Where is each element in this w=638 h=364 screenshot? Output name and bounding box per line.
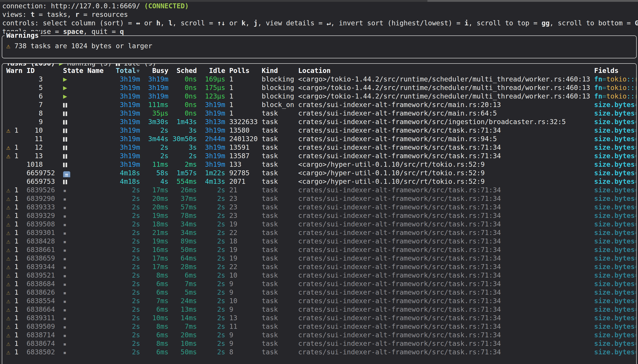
task-row[interactable]: ⚠1 12 3h19m 2s 3s 3h19m 13591 task crate…	[2, 143, 636, 152]
column-header-polls[interactable]: Polls	[229, 66, 258, 75]
task-row[interactable]: ⚠1 6838714 ▪ 2s 6ms 20ms 2s 9 task crate…	[2, 331, 636, 339]
task-row[interactable]: ⚠1 6838428 ▪ 2s 19ms 89ms 2s 18 task cra…	[2, 237, 636, 246]
cell-total: 2s	[108, 254, 140, 262]
completed-square-icon: ▪	[63, 349, 66, 356]
cell-fields: size.bytes=	[594, 297, 636, 305]
cell-polls: 92785	[229, 169, 258, 177]
task-row[interactable]: ⚠1 6839509 ▪ 2s 8ms 7ms 2s 11 task crate…	[2, 322, 636, 331]
cell-id: 6838674	[26, 339, 59, 348]
task-row[interactable]: ⚠1 6838674 ▪ 2s 8ms 10ms 2s 9 task crate…	[2, 339, 636, 348]
column-header-busy[interactable]: Busy	[144, 66, 168, 75]
column-header-name[interactable]: Name	[87, 66, 104, 75]
cell-location: <cargo>/tokio-1.44.2/src/runtime/schedul…	[298, 84, 590, 92]
task-row[interactable]: ⚠1 6839290 ▪ 2s 20ms 37ms 2s 23 task cra…	[2, 194, 636, 203]
column-header-idle[interactable]: Idle	[201, 66, 225, 75]
completed-square-icon: ▪	[63, 221, 66, 228]
completed-square-icon: ▪	[63, 324, 66, 330]
warning-triangle-icon: ⚠	[6, 186, 14, 194]
cell-location: crates/sui-indexer-alt-framework/src/tas…	[298, 186, 590, 194]
cell-total: 2s	[108, 186, 140, 194]
cell-total: 3h19m	[108, 160, 140, 169]
cell-location: <cargo>/hyper-util-0.1.10/src/rt/tokio.r…	[298, 160, 590, 169]
play-triangle-icon: ▶	[59, 63, 63, 67]
cell-kind: task	[262, 109, 294, 118]
cell-id: 10	[26, 126, 59, 135]
task-row[interactable]: ⚠1 10 3h19m 2s 3s 3h19m 13580 task crate…	[2, 126, 636, 135]
task-row[interactable]: ⚠1 6839344 ▪ 2s 17ms 28ms 2s 22 task cra…	[2, 262, 636, 271]
column-header-fields[interactable]: Fields	[594, 66, 636, 75]
cell-busy: 3h19m	[144, 75, 168, 84]
task-row[interactable]: 6659753 4m18s 4s 554ms 4m13s 2071 task <…	[2, 177, 636, 186]
task-row[interactable]: 6659752 ⇈ 4m18s 58s 1m57s 1m22s 92785 ta…	[2, 169, 636, 177]
cell-idle: 2s	[201, 262, 225, 271]
task-row[interactable]: 6 ▶ 3h19m 3h19m 0ns 123µs 1 blocking <ca…	[2, 92, 636, 100]
task-row[interactable]: ⚠1 6838502 ▪ 2s 6ms 50ms 2s 8 task crate…	[2, 348, 636, 356]
task-row[interactable]: ⚠1 6838661 ▪ 2s 16ms 50ms 2s 19 task cra…	[2, 246, 636, 254]
task-row[interactable]: ⚠1 6838684 ▪ 2s 6ms 7ms 2s 9 task crates…	[2, 280, 636, 288]
task-row[interactable]: ⚠1 6838659 ▪ 2s 17ms 64ms 2s 19 task cra…	[2, 254, 636, 262]
cell-busy: 8ms	[144, 339, 168, 348]
task-row[interactable]: ⚠1 6839311 ▪ 2s 10ms 14ms 2s 13 task cra…	[2, 314, 636, 322]
warning-triangle-icon: ⚠	[6, 42, 14, 50]
cell-total: 2s	[108, 194, 140, 203]
cell-kind: task	[262, 271, 294, 280]
column-header-sched[interactable]: Sched	[172, 66, 197, 75]
cell-fields: size.bytes=	[594, 135, 636, 143]
cell-id: 8	[26, 109, 59, 118]
task-row[interactable]: 9 3h19m 3m30s 1m43s 3h13m 3322633 task c…	[2, 118, 636, 126]
cell-warn: ⚠1	[6, 246, 22, 254]
views-help-line: views: t = tasks, r = resources	[2, 10, 638, 19]
cell-busy: 11ms	[144, 160, 168, 169]
column-header-location[interactable]: Location	[298, 66, 590, 75]
controls-help-key: gg	[542, 19, 550, 27]
field-key: size.bytes	[594, 144, 635, 151]
cell-busy: 3h19m	[144, 92, 168, 100]
cell-id: 6838661	[26, 246, 59, 254]
cell-sched: 50ms	[172, 246, 197, 254]
tasks-count-label: Tasks (2056)	[6, 63, 55, 67]
controls-help-key: j	[254, 19, 258, 27]
cell-busy: 2s	[144, 143, 168, 152]
task-row[interactable]: ⚠1 6839508 ▪ 2s 18ms 34ms 2s 19 task cra…	[2, 220, 636, 228]
column-header-state[interactable]: State	[63, 66, 83, 75]
cell-busy: 6ms	[144, 348, 168, 356]
cell-fields: size.bytes=	[594, 246, 636, 254]
cell-sched: 30m50s	[172, 135, 197, 143]
cell-idle: 2s	[201, 348, 225, 356]
field-key: size.bytes	[594, 254, 635, 262]
task-row[interactable]: ⚠1 6838664 ▪ 2s 6ms 13ms 2s 9 task crate…	[2, 305, 636, 314]
cell-busy: 7ms	[144, 297, 168, 305]
cell-id: 6839301	[26, 228, 59, 237]
column-header-id[interactable]: ID	[26, 66, 59, 75]
task-row[interactable]: 3 ▶ 3h19m 3h19m 0ns 169µs 1 blocking <ca…	[2, 75, 636, 84]
task-row[interactable]: ⚠1 6839526 ▪ 2s 17ms 26ms 2s 21 task cra…	[2, 186, 636, 194]
cell-busy: 17ms	[144, 254, 168, 262]
cell-warn: ⚠1	[6, 322, 22, 331]
completed-square-icon: ▪	[63, 196, 66, 202]
task-row[interactable]: 1018 3h19m 11ms 2ms 3h19m 133 task <carg…	[2, 160, 636, 169]
cell-idle: 3h13m	[201, 118, 225, 126]
task-row[interactable]: 11 3h19m 3m44s 30m50s 2h44m 2401320 task…	[2, 135, 636, 143]
task-row[interactable]: 7 3h19m 111ms 0ns 3h19m 1 block_on crate…	[2, 100, 636, 109]
task-row[interactable]: 5 ▶ 3h19m 3h19m 0ns 175µs 1 blocking <ca…	[2, 84, 636, 92]
column-header-warn[interactable]: Warn	[6, 66, 22, 75]
task-row[interactable]: ⚠1 6839521 ▪ 2s 8ms 6ms 2s 10 task crate…	[2, 271, 636, 280]
cell-sched: 89ms	[172, 237, 197, 246]
cell-sched: 10ms	[172, 339, 197, 348]
column-header-kind[interactable]: Kind	[262, 66, 294, 75]
task-row[interactable]: ⚠1 6839333 ▪ 2s 20ms 57ms 2s 23 task cra…	[2, 203, 636, 212]
completed-square-icon: ▪	[63, 264, 66, 270]
task-row[interactable]: ⚠1 6839329 ▪ 2s 19ms 78ms 2s 23 task cra…	[2, 212, 636, 220]
cell-total: 2s	[108, 237, 140, 246]
task-row[interactable]: 8 3h19m 35µs 0ns 3h19m 1 task crates/sui…	[2, 109, 636, 118]
cell-id: 13	[26, 152, 59, 160]
cell-id: 6838502	[26, 348, 59, 356]
cell-warn: ⚠1	[6, 220, 22, 228]
task-row[interactable]: ⚠1 6838554 ▪ 2s 7ms 24ms 2s 10 task crat…	[2, 297, 636, 305]
pause-help-text: , quit =	[83, 28, 120, 36]
cell-busy: 16ms	[144, 246, 168, 254]
column-header-total[interactable]: Total▿	[108, 66, 140, 75]
task-row[interactable]: ⚠1 6839301 ▪ 2s 21ms 34ms 2s 22 task cra…	[2, 228, 636, 237]
task-row[interactable]: ⚠1 13 3h19m 2s 2s 3h19m 13587 task crate…	[2, 152, 636, 160]
task-row[interactable]: ⚠1 6838626 ▪ 2s 6ms 5ms 2s 9 task crates…	[2, 288, 636, 297]
